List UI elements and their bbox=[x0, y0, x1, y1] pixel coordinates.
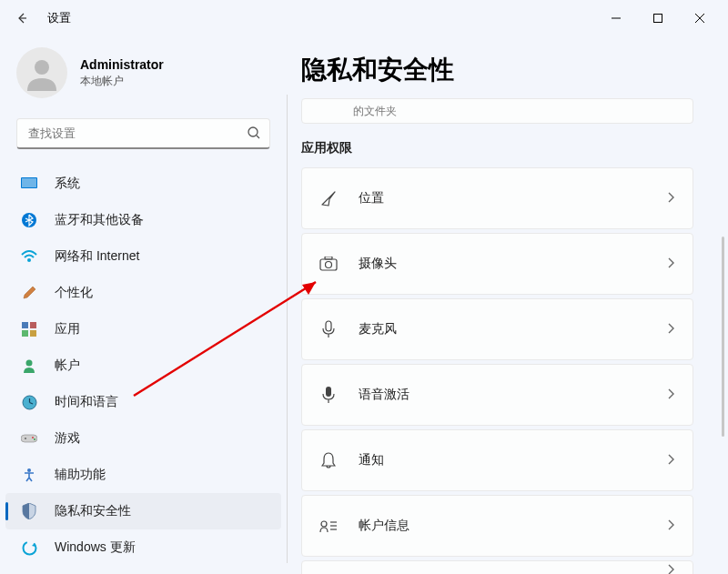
minimize-button[interactable] bbox=[595, 4, 637, 33]
permission-notifications[interactable]: 通知 bbox=[301, 429, 693, 491]
svg-rect-29 bbox=[326, 321, 331, 331]
search-box bbox=[16, 118, 270, 149]
person-icon bbox=[24, 55, 60, 91]
svg-point-22 bbox=[32, 437, 34, 438]
svg-point-5 bbox=[35, 60, 49, 75]
sidebar-item-label: 时间和语言 bbox=[55, 394, 118, 410]
search-icon bbox=[247, 126, 261, 144]
search-input[interactable] bbox=[16, 118, 270, 149]
scrollbar[interactable] bbox=[722, 237, 724, 437]
camera-icon bbox=[318, 254, 339, 274]
svg-point-27 bbox=[326, 262, 332, 268]
bluetooth-icon bbox=[20, 211, 38, 229]
sidebar-item-privacy[interactable]: 隐私和安全性 bbox=[5, 493, 281, 529]
sidebar-item-label: 帐户 bbox=[55, 357, 80, 374]
sidebar-item-update[interactable]: Windows 更新 bbox=[0, 529, 287, 566]
back-button[interactable] bbox=[7, 4, 36, 33]
permission-label: 位置 bbox=[359, 190, 647, 206]
svg-point-16 bbox=[26, 360, 33, 367]
sidebar-item-bluetooth[interactable]: 蓝牙和其他设备 bbox=[0, 202, 287, 238]
permission-label: 语音激活 bbox=[359, 387, 647, 403]
svg-line-7 bbox=[257, 136, 259, 138]
apps-icon bbox=[20, 320, 38, 338]
sidebar-item-time[interactable]: 时间和语言 bbox=[0, 384, 287, 420]
divider bbox=[287, 95, 288, 563]
sidebar-item-label: 隐私和安全性 bbox=[55, 503, 131, 519]
game-icon bbox=[20, 429, 38, 448]
sidebar-item-label: 个性化 bbox=[55, 285, 93, 301]
permission-label: 通知 bbox=[359, 452, 647, 468]
sidebar-item-system[interactable]: 系统 bbox=[0, 166, 287, 202]
sidebar-item-accessibility[interactable]: 辅助功能 bbox=[0, 457, 287, 493]
svg-rect-15 bbox=[30, 330, 36, 337]
sidebar-item-label: 应用 bbox=[55, 321, 80, 337]
avatar bbox=[16, 47, 67, 98]
bell-icon bbox=[318, 450, 339, 470]
arrow-left-icon bbox=[15, 11, 29, 25]
sidebar-item-network[interactable]: 网络和 Internet bbox=[0, 238, 287, 275]
window-controls bbox=[595, 4, 721, 33]
svg-rect-12 bbox=[22, 322, 28, 328]
permission-location[interactable]: 位置 bbox=[301, 167, 693, 229]
chevron-right-icon bbox=[667, 452, 674, 468]
chevron-right-icon bbox=[667, 256, 674, 272]
voice-icon bbox=[318, 385, 339, 405]
sidebar-item-label: 系统 bbox=[55, 176, 80, 192]
nav-list: 系统 蓝牙和其他设备 网络和 Internet 个性化 应用 帐户 bbox=[0, 166, 287, 566]
section-title: 应用权限 bbox=[301, 140, 719, 156]
sidebar-item-label: 网络和 Internet bbox=[55, 248, 139, 265]
person-icon bbox=[20, 357, 38, 375]
account-info-icon bbox=[318, 516, 339, 536]
permission-label: 摄像头 bbox=[359, 256, 647, 272]
sidebar-item-gaming[interactable]: 游戏 bbox=[0, 420, 287, 457]
svg-rect-9 bbox=[22, 178, 36, 187]
shield-icon bbox=[20, 502, 38, 520]
brush-icon bbox=[20, 284, 38, 302]
display-icon bbox=[20, 175, 38, 193]
location-icon bbox=[318, 188, 339, 208]
sidebar-item-accounts[interactable]: 帐户 bbox=[0, 347, 287, 384]
close-button[interactable] bbox=[679, 4, 721, 33]
content-pane: 隐私和安全性 的文件夹 应用权限 位置 摄像头 麦克风 语音激活 bbox=[287, 36, 728, 574]
profile-name: Administrator bbox=[80, 57, 164, 72]
permission-next[interactable] bbox=[301, 560, 693, 574]
svg-point-33 bbox=[321, 521, 327, 527]
accessibility-icon bbox=[20, 466, 38, 484]
close-icon bbox=[694, 13, 705, 24]
permission-list: 位置 摄像头 麦克风 语音激活 通知 bbox=[296, 167, 719, 574]
wifi-icon bbox=[20, 247, 38, 266]
maximize-icon bbox=[652, 13, 663, 24]
svg-point-24 bbox=[27, 468, 31, 472]
titlebar: 设置 bbox=[0, 0, 728, 36]
crumb-card[interactable]: 的文件夹 bbox=[301, 98, 693, 124]
sidebar: Administrator 本地帐户 系统 蓝牙和其他设备 网络和 Intern… bbox=[0, 36, 287, 574]
permission-microphone[interactable]: 麦克风 bbox=[301, 298, 693, 360]
svg-point-11 bbox=[27, 258, 31, 262]
profile-block[interactable]: Administrator 本地帐户 bbox=[0, 40, 287, 118]
chevron-right-icon bbox=[667, 518, 674, 534]
permission-account-info[interactable]: 帐户信息 bbox=[301, 495, 693, 557]
svg-rect-20 bbox=[21, 435, 37, 442]
svg-point-23 bbox=[34, 438, 35, 440]
svg-point-25 bbox=[23, 541, 35, 554]
svg-rect-28 bbox=[325, 257, 332, 259]
svg-rect-2 bbox=[654, 15, 662, 23]
sidebar-item-label: 游戏 bbox=[55, 430, 80, 447]
svg-rect-26 bbox=[320, 259, 337, 270]
sidebar-item-personalization[interactable]: 个性化 bbox=[0, 275, 287, 311]
update-icon bbox=[20, 539, 38, 557]
svg-rect-13 bbox=[30, 322, 36, 328]
clock-icon bbox=[20, 393, 38, 411]
permission-camera[interactable]: 摄像头 bbox=[301, 233, 693, 295]
minimize-icon bbox=[611, 13, 622, 24]
profile-type: 本地帐户 bbox=[80, 74, 164, 89]
chevron-right-icon bbox=[667, 387, 674, 403]
maximize-button[interactable] bbox=[637, 4, 679, 33]
sidebar-item-apps[interactable]: 应用 bbox=[0, 311, 287, 347]
permission-label: 帐户信息 bbox=[359, 518, 647, 534]
sidebar-item-label: Windows 更新 bbox=[55, 539, 136, 556]
sidebar-item-label: 辅助功能 bbox=[55, 467, 106, 483]
permission-voice[interactable]: 语音激活 bbox=[301, 364, 693, 426]
chevron-right-icon bbox=[667, 321, 674, 337]
svg-rect-14 bbox=[22, 330, 28, 337]
